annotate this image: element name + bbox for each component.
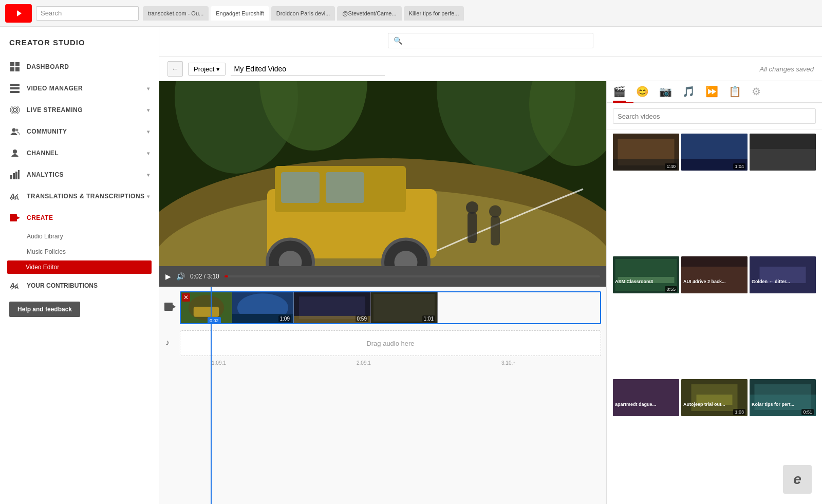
svg-point-9 bbox=[13, 108, 16, 111]
volume-icon[interactable]: 🔊 bbox=[176, 272, 185, 281]
clip-remove-btn[interactable]: ✕ bbox=[182, 293, 190, 302]
dashboard-icon bbox=[9, 61, 21, 72]
tab-text[interactable]: 📋 bbox=[728, 85, 741, 102]
sidebar-item-live-streaming[interactable]: LIVE STREAMING ▾ bbox=[0, 99, 159, 121]
svg-rect-42 bbox=[468, 212, 477, 243]
sidebar-item-video-manager[interactable]: VIDEO MANAGER ▾ bbox=[0, 78, 159, 99]
progress-bar[interactable] bbox=[225, 275, 600, 277]
svg-point-10 bbox=[12, 107, 18, 113]
video-title-input[interactable] bbox=[231, 63, 385, 76]
community-icon bbox=[9, 126, 21, 137]
video-thumb-3[interactable] bbox=[750, 134, 816, 171]
audio-placeholder-text: Drag audio here bbox=[366, 340, 414, 347]
video-background bbox=[159, 81, 606, 266]
video-thumb-1[interactable]: 1:40 bbox=[613, 134, 679, 171]
tab-music[interactable]: 🎵 bbox=[682, 85, 695, 102]
thumb-4-duration: 0:55 bbox=[665, 286, 677, 292]
dashboard-label: DASHBOARD bbox=[27, 63, 69, 70]
tab-emoji[interactable]: 😊 bbox=[636, 85, 649, 102]
timeline-ruler: 1:09.1 2:09.1 3:10.↑ bbox=[159, 358, 606, 368]
tab-video[interactable]: 🎬 bbox=[613, 85, 626, 102]
ruler-mark-2: 2:09.1 bbox=[357, 360, 440, 366]
audio-drop-zone[interactable]: Drag audio here bbox=[180, 330, 601, 356]
video-thumb-7[interactable]: apartmedt dague... bbox=[613, 379, 679, 416]
browser-tab-3[interactable]: Droidcon Paris devi... bbox=[271, 6, 335, 21]
live-streaming-chevron: ▾ bbox=[147, 107, 150, 113]
browser-tab-4[interactable]: @Stevetdent/Came... bbox=[337, 6, 401, 21]
dropdown-chevron-icon: ▾ bbox=[216, 65, 220, 73]
sidebar-item-create[interactable]: CREATE bbox=[0, 207, 159, 229]
thumb-5-title: AUI 4drive 2 back... bbox=[683, 279, 745, 284]
video-thumb-4[interactable]: ASM Classroom3 0:55 bbox=[613, 256, 679, 293]
right-panel-tabs: 🎬 😊 📷 🎵 ⏩ 📋 ⚙ bbox=[607, 81, 822, 103]
tab-transition[interactable]: ⏩ bbox=[705, 85, 718, 102]
browser-tab-5[interactable]: Killer tips for perfe... bbox=[404, 6, 464, 21]
svg-rect-16 bbox=[13, 173, 15, 179]
sidebar-item-community[interactable]: COMMUNITY ▾ bbox=[0, 121, 159, 142]
video-thumb-2[interactable]: 1:04 bbox=[681, 134, 748, 171]
svg-text:♪: ♪ bbox=[165, 338, 170, 347]
video-thumb-5[interactable]: AUI 4drive 2 back... bbox=[681, 256, 748, 293]
svg-rect-2 bbox=[10, 62, 14, 66]
svg-point-14 bbox=[13, 150, 17, 154]
contributions-icon: AA bbox=[9, 280, 21, 291]
project-dropdown[interactable]: Project ▾ bbox=[188, 63, 226, 76]
clip-3-time: 0:59 bbox=[356, 315, 368, 322]
browser-chrome: Search transocket.com - Ou... Engadget E… bbox=[0, 0, 822, 27]
sidebar-item-translations[interactable]: AA TRANSLATIONS & TRANSCRIPTIONS ▾ bbox=[0, 185, 159, 207]
sub-item-music-policies[interactable]: Music Policies bbox=[0, 244, 159, 259]
svg-point-12 bbox=[12, 128, 16, 132]
sidebar-item-channel[interactable]: CHANNEL ▾ bbox=[0, 142, 159, 164]
browser-tab-1[interactable]: transocket.com - Ou... bbox=[143, 6, 209, 21]
thumb-1-duration: 1:40 bbox=[665, 163, 677, 170]
video-controls: ▶ 🔊 0:02 / 3:10 bbox=[159, 266, 606, 287]
svg-rect-6 bbox=[10, 84, 20, 86]
search-icon: 🔍 bbox=[394, 36, 402, 45]
channel-label: CHANNEL bbox=[27, 150, 59, 157]
video-track-icon bbox=[164, 302, 180, 313]
video-clip-2[interactable]: 1:09 bbox=[232, 292, 294, 323]
clip-4-time: 1:01 bbox=[422, 315, 435, 322]
thumb-9-title: Kolar tips for pert... bbox=[752, 402, 814, 407]
sub-item-video-editor[interactable]: Video Editor bbox=[7, 260, 152, 274]
video-clip-3[interactable]: 0:59 bbox=[294, 292, 371, 323]
translations-icon: AA bbox=[9, 191, 21, 202]
ruler-mark-1: 1:09.1 bbox=[212, 360, 295, 366]
sidebar-item-analytics[interactable]: ANALYTICS ▾ bbox=[0, 164, 159, 185]
svg-rect-18 bbox=[18, 170, 20, 179]
video-thumb-6[interactable]: Golden ← ditter... bbox=[750, 256, 816, 293]
svg-rect-3 bbox=[15, 62, 20, 66]
translations-label: TRANSLATIONS & TRANSCRIPTIONS bbox=[27, 193, 145, 200]
svg-rect-68 bbox=[750, 149, 816, 171]
video-thumb-8[interactable]: Autojeep trial out... 1:03 bbox=[681, 379, 748, 416]
timeline-area: 0:02 ✕ bbox=[159, 287, 606, 504]
thumb-7-title: apartmedt dague... bbox=[615, 402, 677, 407]
browser-search-bar[interactable]: Search bbox=[36, 6, 139, 21]
back-button[interactable]: ← bbox=[167, 61, 183, 77]
svg-rect-8 bbox=[10, 91, 20, 93]
playhead-time: 0:02 bbox=[208, 317, 221, 324]
tab-photo[interactable]: 📷 bbox=[659, 85, 672, 102]
content-area: 🔍 ← Project ▾ All changes saved bbox=[159, 27, 822, 504]
video-thumb-9[interactable]: Kolar tips for pert... 0:51 bbox=[750, 379, 816, 416]
help-feedback-button[interactable]: Help and feedback bbox=[9, 302, 80, 317]
sidebar-item-dashboard[interactable]: DASHBOARD bbox=[0, 56, 159, 78]
play-button[interactable]: ▶ bbox=[165, 272, 171, 281]
video-panel: ▶ 🔊 0:02 / 3:10 0:02 bbox=[159, 81, 606, 504]
video-clip-1[interactable]: ✕ bbox=[181, 292, 232, 323]
audio-track-icon: ♪ bbox=[164, 337, 180, 349]
thumb-4-title: ASM Classroom3 bbox=[615, 279, 677, 284]
sub-item-audio-library[interactable]: Audio Library bbox=[0, 229, 159, 244]
tab-settings[interactable]: ⚙ bbox=[752, 85, 761, 102]
your-contributions: AA YOUR CONTRIBUTIONS bbox=[0, 275, 159, 296]
svg-point-13 bbox=[16, 129, 18, 132]
main-search-bar[interactable]: 🔍 bbox=[388, 33, 593, 48]
thumb-2-duration: 1:04 bbox=[733, 163, 745, 170]
thumb-8-title: Autojeep trial out... bbox=[683, 402, 745, 407]
svg-rect-17 bbox=[15, 172, 17, 179]
right-panel-search bbox=[607, 103, 822, 129]
video-clip-4[interactable]: 1:01 bbox=[371, 292, 438, 323]
project-label: Project bbox=[194, 65, 214, 73]
video-search-input[interactable] bbox=[613, 108, 816, 124]
browser-tab-2[interactable]: Engadget Euroshift bbox=[211, 6, 269, 21]
